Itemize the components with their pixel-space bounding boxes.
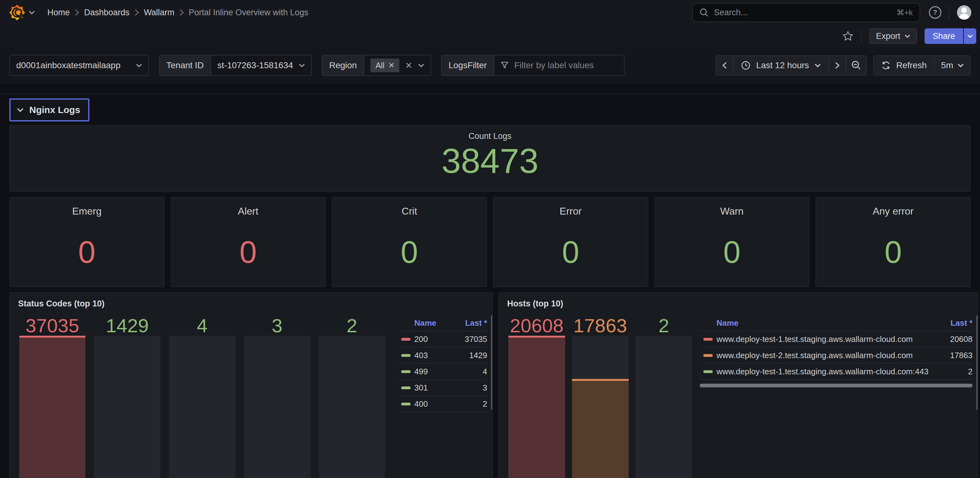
legend-column-name[interactable]: Name: [716, 318, 950, 328]
tenant-id-label: Tenant ID: [159, 56, 211, 75]
org-switcher-chevron-icon[interactable]: [29, 11, 35, 14]
region-chip[interactable]: All ✕: [371, 59, 399, 72]
bar-column: 4: [169, 315, 235, 478]
legend-horizontal-scrollbar[interactable]: [700, 384, 972, 387]
stat-value: 0: [562, 217, 579, 286]
row-header-nginx-logs[interactable]: Nginx Logs: [10, 98, 89, 121]
breadcrumb-folder[interactable]: Wallarm: [144, 8, 175, 17]
chevron-down-icon: [958, 64, 964, 67]
zoom-out-icon[interactable]: [846, 56, 867, 75]
panel-title[interactable]: Any error: [873, 205, 914, 217]
bottom-panels-row: Status Codes (top 10) 37035 1429 4: [10, 292, 978, 478]
bar-column: 37035: [19, 315, 85, 478]
legend-name[interactable]: www.deploy-test-1.test.staging.aws.walla…: [716, 334, 950, 344]
legend-row: 499 4: [398, 364, 487, 380]
legend-scrollbar[interactable]: [491, 315, 493, 410]
chevron-down-icon: [418, 64, 424, 67]
panel-alert: Alert 0: [171, 197, 326, 287]
legend-name[interactable]: 200: [414, 334, 465, 344]
chip-remove-icon[interactable]: ✕: [388, 61, 395, 70]
region-dropdown[interactable]: Region All ✕ ✕: [322, 55, 431, 76]
time-picker-group: Last 12 hours: [716, 56, 867, 75]
chevron-down-icon: [299, 64, 305, 67]
clear-selection-icon[interactable]: ✕: [405, 60, 412, 71]
time-shift-forward-button[interactable]: [828, 56, 846, 75]
bar-gauge: 37035 1429 4 3: [19, 315, 487, 478]
panel-title[interactable]: Error: [560, 205, 582, 217]
bar-fill: [19, 336, 85, 478]
avatar[interactable]: [957, 5, 971, 20]
bar-gauge: 20608 17863 2 Name Last *: [508, 315, 972, 478]
legend-name[interactable]: 301: [414, 383, 483, 393]
star-icon[interactable]: [842, 30, 854, 42]
tenant-id-value: st-107263-1581634: [218, 60, 293, 70]
legend-name[interactable]: 499: [414, 367, 483, 376]
search-icon: [700, 8, 708, 17]
bar-column: 2: [635, 315, 692, 478]
legend-scrollbar[interactable]: [976, 315, 978, 410]
legend-value: 17863: [950, 351, 972, 360]
app-variable-dropdown[interactable]: d0001ainboxatestmailaapp: [10, 55, 149, 76]
series-color-indicator: [401, 354, 410, 357]
bar-track: [572, 336, 628, 478]
panel-error: Error 0: [493, 197, 648, 287]
time-range-button[interactable]: Last 12 hours: [733, 56, 829, 75]
bar-track: [508, 336, 565, 478]
chevron-down-icon: [815, 64, 821, 67]
legend-column-last[interactable]: Last *: [950, 318, 972, 328]
legend-name[interactable]: www.deploy-test-1.test.staging.aws.walla…: [716, 367, 968, 376]
logs-filter-placeholder: Filter by label values: [514, 60, 594, 70]
legend-column-name[interactable]: Name: [414, 318, 465, 328]
help-icon[interactable]: ?: [929, 6, 941, 19]
bar-fill: [508, 336, 565, 478]
refresh-interval-dropdown[interactable]: 5m: [934, 56, 970, 75]
export-label: Export: [876, 32, 900, 41]
panel-title[interactable]: Alert: [238, 205, 259, 217]
divider: [861, 29, 862, 43]
search-input[interactable]: Search... ⌘+k: [692, 3, 920, 22]
top-nav: Home Dashboards Wallarm Portal Inline Ov…: [0, 0, 980, 25]
share-chevron-button[interactable]: [964, 29, 976, 44]
time-shift-back-button[interactable]: [716, 56, 733, 75]
panel-title[interactable]: Status Codes (top 10): [18, 299, 105, 309]
legend-name[interactable]: 400: [414, 399, 483, 409]
stat-panels-row: Emerg 0 Alert 0 Crit 0 Error 0 Warn 0 An…: [10, 197, 970, 287]
bar-column: 20608: [508, 315, 565, 478]
breadcrumb-dashboards[interactable]: Dashboards: [84, 8, 130, 17]
panel-emerg: Emerg 0: [10, 197, 164, 287]
share-button[interactable]: Share: [924, 29, 963, 44]
dashboard-toolbar: Export Share: [0, 25, 980, 47]
legend-value: 3: [483, 383, 487, 393]
bar-track: [635, 336, 692, 478]
logs-filter-input[interactable]: LogsFilter Filter by label values: [441, 55, 625, 76]
series-color-indicator: [401, 370, 410, 373]
legend-name[interactable]: www.deploy-test-2.test.staging.aws.walla…: [716, 351, 950, 360]
region-label: Region: [322, 56, 364, 75]
panel-hosts: Hosts (top 10) 20608 17863 2: [498, 292, 978, 478]
legend-column-last[interactable]: Last *: [465, 318, 487, 328]
stat-value: 0: [723, 217, 741, 286]
bar-value: 17863: [572, 315, 628, 336]
series-color-indicator: [703, 354, 713, 357]
app-variable-value: d0001ainboxatestmailaapp: [16, 60, 121, 70]
refresh-button[interactable]: Refresh: [873, 56, 935, 75]
panel-title[interactable]: Emerg: [72, 205, 102, 217]
share-split-button: Share: [924, 29, 976, 44]
panel-status-codes: Status Codes (top 10) 37035 1429 4: [10, 292, 493, 478]
refresh-icon: [881, 61, 891, 70]
legend-row: www.deploy-test-1.test.staging.aws.walla…: [700, 364, 972, 380]
tenant-id-dropdown[interactable]: Tenant ID st-107263-1581634: [159, 55, 312, 76]
export-button[interactable]: Export: [869, 29, 917, 44]
bar-column: 1429: [94, 315, 160, 478]
legend-value: 2: [483, 399, 487, 409]
panel-title[interactable]: Count Logs: [469, 132, 511, 141]
panel-title[interactable]: Hosts (top 10): [507, 299, 563, 309]
panel-warn: Warn 0: [654, 197, 810, 287]
bar-gauge-bars: 37035 1429 4 3: [19, 315, 385, 478]
panel-title[interactable]: Warn: [720, 205, 744, 217]
legend-name[interactable]: 403: [414, 351, 469, 360]
series-color-indicator: [703, 370, 713, 373]
grafana-logo-icon[interactable]: [9, 4, 25, 21]
panel-title[interactable]: Crit: [401, 205, 417, 217]
breadcrumb-home[interactable]: Home: [47, 8, 70, 17]
